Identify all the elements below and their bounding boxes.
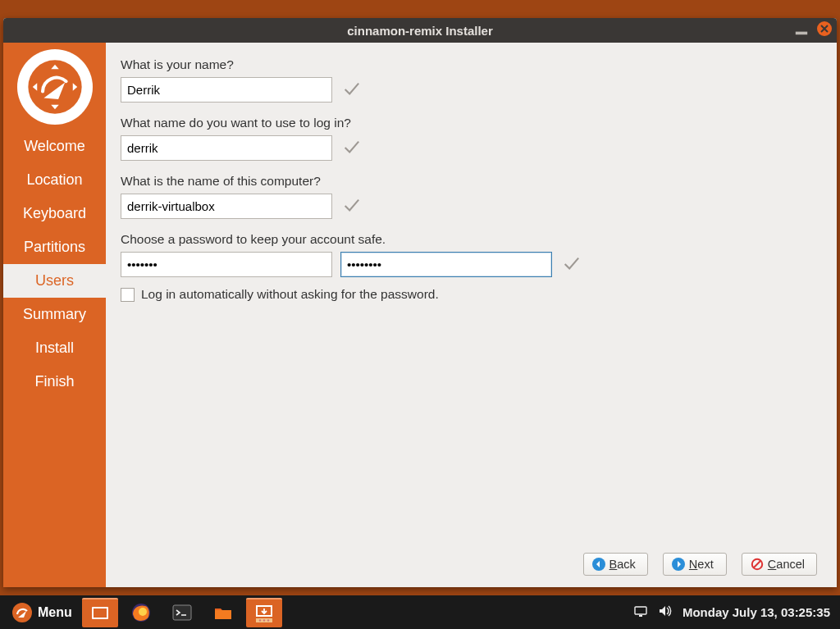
step-label: Location [26, 171, 82, 188]
next-button-label: Next [689, 558, 714, 571]
sidebar-step-finish[interactable]: Finish [3, 365, 106, 399]
autologin-label: Log in automatically without asking for … [141, 287, 439, 302]
taskbar-show-desktop[interactable] [82, 598, 118, 627]
arrow-left-icon [592, 558, 605, 571]
svg-rect-17 [215, 610, 231, 619]
checkmark-icon [340, 196, 362, 217]
taskbar: Menu Monday July 13, 03:25:35 [0, 595, 840, 629]
svg-rect-12 [94, 608, 107, 618]
sidebar-step-location[interactable]: Location [3, 163, 106, 197]
sidebar-step-users[interactable]: Users [3, 264, 106, 298]
window-title: cinnamon-remix Installer [347, 24, 493, 38]
checkmark-icon [340, 80, 362, 101]
taskbar-firefox[interactable] [123, 598, 159, 627]
minimize-button[interactable] [794, 21, 809, 36]
cancel-button[interactable]: Cancel [742, 553, 817, 576]
titlebar[interactable]: cinnamon-remix Installer [3, 18, 837, 43]
step-label: Partitions [24, 239, 85, 255]
network-icon[interactable] [633, 604, 648, 622]
system-tray: Monday July 13, 03:25:35 [633, 604, 833, 622]
host-question-label: What is the name of this computer? [121, 174, 817, 189]
step-label: Welcome [24, 138, 85, 154]
svg-point-23 [267, 619, 269, 621]
installer-window: cinnamon-remix Installer [3, 18, 837, 587]
svg-point-22 [263, 619, 265, 621]
volume-icon[interactable] [658, 604, 673, 622]
svg-point-9 [12, 603, 32, 622]
svg-point-14 [139, 608, 147, 616]
taskbar-installer[interactable] [246, 598, 282, 627]
sidebar-step-welcome[interactable]: Welcome [3, 130, 106, 163]
taskbar-terminal[interactable] [164, 598, 200, 627]
login-question-label: What name do you want to use to log in? [121, 116, 817, 130]
step-label: Install [35, 340, 74, 356]
autologin-checkbox[interactable] [121, 288, 135, 302]
svg-line-8 [754, 561, 760, 567]
footer-buttons: Back Next Cancel [121, 545, 817, 576]
password-question-label: Choose a password to keep your account s… [121, 232, 817, 247]
next-button[interactable]: Next [663, 553, 727, 576]
menu-label: Menu [38, 605, 72, 620]
step-label: Keyboard [23, 205, 86, 221]
sidebar-step-partitions[interactable]: Partitions [3, 230, 106, 264]
password-input[interactable] [121, 252, 332, 277]
taskbar-files[interactable] [205, 598, 241, 627]
svg-rect-15 [173, 605, 191, 620]
back-button[interactable]: Back [583, 553, 648, 576]
distro-logo [17, 49, 93, 125]
sidebar-step-install[interactable]: Install [3, 331, 106, 365]
step-label: Users [35, 272, 74, 289]
clock[interactable]: Monday July 13, 03:25:35 [682, 605, 830, 619]
step-label: Summary [23, 306, 86, 322]
svg-rect-0 [796, 32, 807, 35]
login-input[interactable] [121, 135, 332, 161]
sidebar: WelcomeLocationKeyboardPartitionsUsersSu… [3, 43, 106, 587]
step-label: Finish [34, 373, 74, 390]
menu-button[interactable]: Menu [7, 599, 77, 626]
name-input[interactable] [121, 77, 332, 103]
checkmark-icon [560, 254, 582, 276]
svg-point-21 [259, 619, 261, 621]
sidebar-step-keyboard[interactable]: Keyboard [3, 197, 106, 230]
back-button-label: Back [609, 558, 636, 571]
svg-rect-24 [635, 607, 646, 614]
cancel-button-label: Cancel [768, 558, 805, 571]
close-button[interactable] [817, 21, 832, 36]
name-question-label: What is your name? [121, 57, 817, 72]
sidebar-step-summary[interactable]: Summary [3, 298, 106, 331]
svg-rect-25 [639, 615, 642, 617]
arrow-right-icon [672, 558, 685, 571]
title-controls [794, 21, 832, 36]
prohibit-icon [751, 558, 764, 571]
checkmark-icon [340, 138, 362, 159]
menu-logo-icon [11, 602, 33, 623]
password-confirm-input[interactable] [340, 252, 552, 277]
hostname-input[interactable] [121, 194, 332, 219]
content-area: What is your name? What name do you want… [106, 43, 837, 587]
